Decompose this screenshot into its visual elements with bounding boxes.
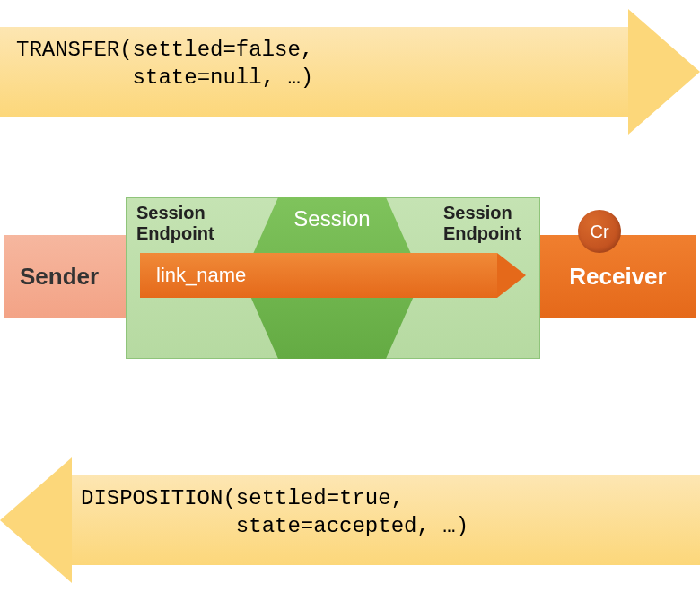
transfer-arrow-label: TRANSFER(settled=false, state=null, …) <box>16 36 313 92</box>
credit-badge-label: Cr <box>590 222 608 242</box>
link-name-arrow: link_name <box>140 253 526 298</box>
link-name-arrow-body: link_name <box>140 253 497 298</box>
arrow-right-icon <box>497 253 526 298</box>
session-endpoint-right: Session Endpoint <box>443 203 551 244</box>
arrow-left-icon <box>0 458 72 583</box>
credit-badge: Cr <box>578 210 621 253</box>
receiver-box: Receiver <box>539 235 696 318</box>
session-endpoint-right-label: Session Endpoint <box>443 203 521 243</box>
sender-label: Sender <box>20 263 99 291</box>
session-endpoint-left-label: Session Endpoint <box>136 203 214 243</box>
disposition-arrow-label: DISPOSITION(settled=true, state=accepted… <box>81 484 468 540</box>
receiver-label: Receiver <box>569 263 666 291</box>
transfer-arrow: TRANSFER(settled=false, state=null, …) <box>0 9 700 135</box>
session-endpoint-left: Session Endpoint <box>136 203 244 244</box>
session-diagram: Sender Receiver Session Session Endpoint… <box>0 197 700 377</box>
link-name-label: link_name <box>156 264 246 287</box>
disposition-arrow: DISPOSITION(settled=true, state=accepted… <box>0 458 700 583</box>
session-label: Session <box>242 206 422 231</box>
arrow-right-icon <box>628 9 700 135</box>
